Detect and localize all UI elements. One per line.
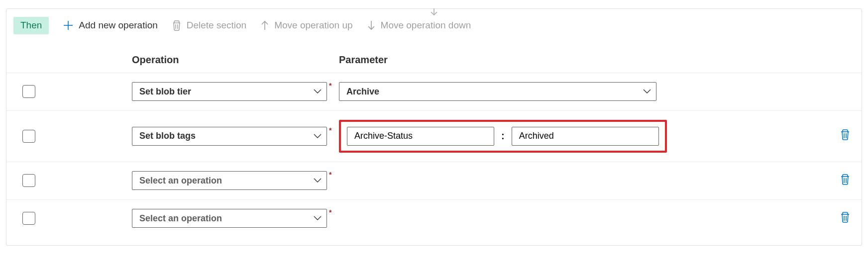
chevron-down-icon xyxy=(314,89,322,94)
table-row: Set blob tier * Archive xyxy=(6,73,862,110)
required-marker: * xyxy=(329,126,334,134)
add-operation-label: Add new operation xyxy=(79,19,157,32)
trash-icon xyxy=(840,128,851,141)
operation-select[interactable]: Set blob tags xyxy=(132,127,327,146)
table-row: Select an operation * xyxy=(6,162,862,199)
chevron-down-icon xyxy=(643,89,651,94)
tag-value-input[interactable] xyxy=(512,127,659,146)
parameter-select[interactable]: Archive xyxy=(339,82,656,101)
move-down-button[interactable]: Move operation down xyxy=(367,19,471,32)
operation-select-value: Select an operation xyxy=(139,213,222,224)
flow-arrow-down-icon xyxy=(429,8,439,19)
row-checkbox[interactable] xyxy=(22,212,35,225)
arrow-down-icon xyxy=(367,20,376,31)
parameter-select-value: Archive xyxy=(346,87,379,97)
add-operation-button[interactable]: Add new operation xyxy=(63,19,157,32)
table-row: Select an operation * xyxy=(6,199,862,237)
header-operation: Operation xyxy=(132,54,339,66)
arrow-up-icon xyxy=(260,20,269,31)
tag-separator: : xyxy=(501,130,505,142)
then-section-card: Then Add new operation xyxy=(6,8,862,246)
trash-icon xyxy=(840,211,851,224)
plus-icon xyxy=(63,20,74,31)
tag-key-input[interactable] xyxy=(347,127,494,146)
row-checkbox[interactable] xyxy=(22,174,35,187)
move-up-button[interactable]: Move operation up xyxy=(260,19,352,32)
operation-select[interactable]: Select an operation xyxy=(132,171,327,190)
column-headers: Operation Parameter xyxy=(6,39,862,73)
delete-row-button[interactable] xyxy=(840,211,851,224)
move-down-label: Move operation down xyxy=(381,19,471,32)
delete-row-button[interactable] xyxy=(840,173,851,186)
chevron-down-icon xyxy=(314,216,322,221)
operation-select-value: Set blob tags xyxy=(139,131,196,141)
header-parameter: Parameter xyxy=(339,54,855,66)
row-checkbox[interactable] xyxy=(22,85,35,98)
trash-icon xyxy=(172,20,182,31)
operation-select[interactable]: Set blob tier xyxy=(132,82,327,101)
move-up-label: Move operation up xyxy=(274,19,352,32)
delete-row-button[interactable] xyxy=(840,128,851,141)
operation-select[interactable]: Select an operation xyxy=(132,209,327,228)
operation-select-value: Set blob tier xyxy=(139,87,191,97)
chevron-down-icon xyxy=(314,178,322,183)
required-marker: * xyxy=(329,171,334,179)
required-marker: * xyxy=(329,82,334,90)
delete-section-button[interactable]: Delete section xyxy=(172,19,246,32)
delete-section-label: Delete section xyxy=(187,19,246,32)
required-marker: * xyxy=(329,208,334,216)
row-checkbox[interactable] xyxy=(22,130,35,143)
operation-select-value: Select an operation xyxy=(139,176,222,186)
then-badge: Then xyxy=(13,17,49,34)
trash-icon xyxy=(840,173,851,186)
tag-parameter-highlight: : xyxy=(339,120,667,153)
table-row: Set blob tags * : xyxy=(6,110,862,162)
chevron-down-icon xyxy=(314,134,322,139)
